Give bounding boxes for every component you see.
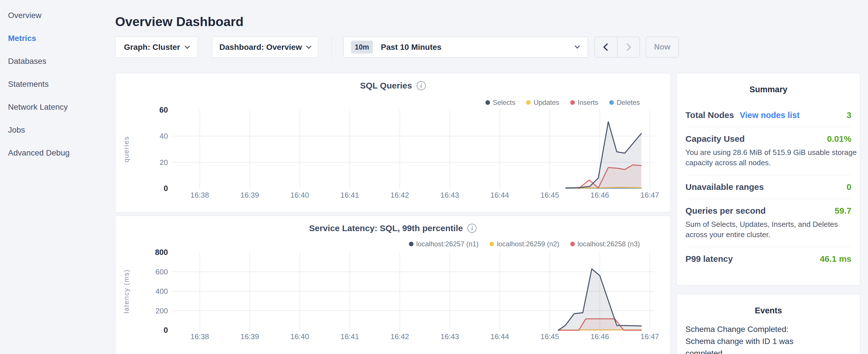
- svg-text:0: 0: [164, 184, 168, 193]
- sidebar-item-databases[interactable]: Databases: [0, 50, 115, 73]
- sidebar-item-metrics[interactable]: Metrics: [0, 27, 115, 50]
- summary-panel: Summary Total Nodes View nodes list 3 Ca…: [677, 73, 860, 286]
- total-nodes-value: 3: [846, 110, 851, 120]
- svg-text:40: 40: [160, 132, 168, 140]
- qps-value: 59.7: [835, 206, 851, 216]
- svg-text:0: 0: [164, 326, 168, 334]
- svg-text:16:43: 16:43: [440, 332, 459, 341]
- svg-text:16:42: 16:42: [390, 332, 409, 341]
- unavailable-ranges-value: 0: [846, 182, 851, 192]
- svg-text:queries: queries: [122, 136, 130, 163]
- sidebar-item-advanced-debug[interactable]: Advanced Debug: [0, 141, 115, 164]
- sidebar: OverviewMetricsDatabasesStatementsNetwor…: [0, 0, 115, 164]
- chevron-left-icon: [603, 43, 611, 51]
- svg-text:16:46: 16:46: [590, 332, 609, 341]
- total-nodes-label: Total Nodes: [685, 110, 734, 120]
- p99-latency-label: P99 latency: [685, 254, 733, 264]
- qps-description: Sum of Selects, Updates, Inserts, and De…: [685, 219, 858, 240]
- chevron-down-icon: [306, 43, 311, 49]
- svg-text:latency (ms): latency (ms): [122, 269, 130, 314]
- total-nodes-row: Total Nodes View nodes list 3: [685, 110, 851, 120]
- summary-title: Summary: [685, 85, 851, 94]
- svg-text:16:45: 16:45: [540, 332, 559, 341]
- time-window-selector[interactable]: 10m Past 10 Minutes: [343, 37, 588, 58]
- service-latency-card: Service Latency: SQL, 99th percentile i …: [115, 216, 671, 354]
- sidebar-item-network-latency[interactable]: Network Latency: [0, 96, 115, 119]
- events-title: Events: [685, 306, 851, 315]
- svg-text:600: 600: [156, 267, 168, 276]
- unavailable-ranges-label: Unavailable ranges: [685, 182, 764, 192]
- capacity-used-row: Capacity Used 0.01%: [685, 134, 851, 144]
- svg-text:16:38: 16:38: [190, 332, 209, 341]
- graph-dropdown-label: Graph: Cluster: [124, 43, 180, 52]
- page-title: Overview Dashboard: [115, 14, 244, 29]
- svg-text:16:47: 16:47: [641, 191, 659, 199]
- svg-text:16:44: 16:44: [490, 191, 509, 199]
- sidebar-item-overview[interactable]: Overview: [0, 4, 115, 27]
- svg-text:16:41: 16:41: [340, 191, 359, 199]
- dashboard-dropdown-label: Dashboard: Overview: [219, 43, 302, 52]
- chevron-down-icon: [575, 43, 580, 49]
- svg-text:60: 60: [159, 106, 168, 114]
- next-range-button[interactable]: [617, 37, 640, 57]
- svg-text:16:40: 16:40: [290, 191, 309, 199]
- event-item-text: Schema Change Completed: Schema change w…: [685, 323, 820, 354]
- svg-text:16:42: 16:42: [390, 191, 409, 199]
- chevron-right-icon: [624, 43, 631, 51]
- svg-text:16:41: 16:41: [340, 332, 359, 341]
- svg-text:20: 20: [160, 158, 168, 167]
- qps-label: Queries per second: [685, 206, 766, 216]
- svg-text:16:44: 16:44: [490, 332, 509, 341]
- sql-queries-card: SQL Queries i SelectsUpdatesInsertsDelet…: [115, 73, 671, 213]
- p99-latency-value: 46.1 ms: [820, 254, 851, 264]
- svg-text:16:39: 16:39: [241, 191, 259, 199]
- events-panel: Events Schema Change Completed: Schema c…: [677, 294, 860, 354]
- time-window-badge: 10m: [351, 41, 373, 54]
- divider: [685, 199, 851, 199]
- view-nodes-list-link[interactable]: View nodes list: [740, 110, 800, 120]
- time-range-arrows: [595, 37, 640, 58]
- divider: [685, 247, 851, 247]
- qps-row: Queries per second 59.7: [685, 206, 851, 216]
- divider: [685, 127, 851, 127]
- time-window-label: Past 10 Minutes: [381, 43, 442, 52]
- svg-text:16:47: 16:47: [641, 332, 659, 341]
- sidebar-item-jobs[interactable]: Jobs: [0, 119, 115, 141]
- svg-text:800: 800: [155, 248, 168, 257]
- svg-text:16:38: 16:38: [190, 191, 209, 199]
- svg-text:16:39: 16:39: [241, 332, 259, 341]
- svg-text:16:43: 16:43: [440, 191, 459, 199]
- svg-text:400: 400: [156, 287, 168, 296]
- capacity-used-value: 0.01%: [827, 134, 851, 144]
- unavailable-ranges-row: Unavailable ranges 0: [685, 182, 851, 192]
- svg-text:16:45: 16:45: [540, 191, 559, 199]
- graph-dropdown[interactable]: Graph: Cluster: [115, 37, 198, 58]
- capacity-used-description: You are using 28.6 MiB of 515.9 GiB usab…: [685, 147, 858, 168]
- controls-divider: [332, 37, 332, 58]
- capacity-used-label: Capacity Used: [685, 134, 745, 144]
- svg-text:16:40: 16:40: [290, 332, 309, 341]
- p99-latency-row: P99 latency 46.1 ms: [685, 254, 851, 264]
- prev-range-button[interactable]: [595, 37, 617, 57]
- chevron-down-icon: [185, 43, 190, 49]
- dashboard-dropdown[interactable]: Dashboard: Overview: [212, 37, 318, 58]
- now-button[interactable]: Now: [646, 37, 679, 58]
- sidebar-item-statements[interactable]: Statements: [0, 73, 115, 96]
- svg-text:200: 200: [156, 307, 168, 315]
- svg-text:16:46: 16:46: [590, 191, 609, 199]
